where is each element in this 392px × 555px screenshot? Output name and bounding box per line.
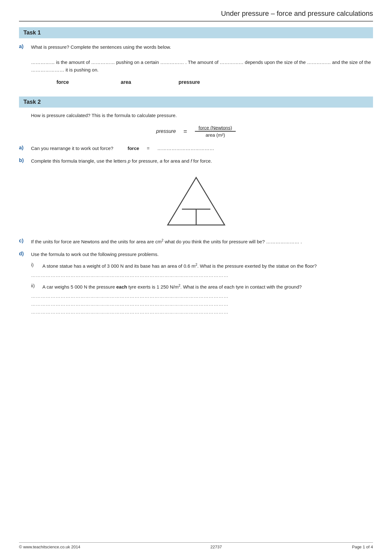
equals-label: = — [147, 145, 150, 152]
task2-qc-text: If the units for force are Newtons and t… — [31, 238, 373, 246]
task2-qii-dots1: ………………………………………………………………………………………………………… — [31, 293, 373, 299]
task2-qii-text: A car weighs 5 000 N the pressure each t… — [42, 283, 373, 291]
task2-qii-dots2: ………………………………………………………………………………………………………… — [31, 301, 373, 307]
task2-section: How is pressure calculated? This is the … — [19, 113, 373, 315]
task2-qii-row: ii) A car weighs 5 000 N the pressure ea… — [31, 283, 373, 291]
task2-qa-instruction: Can you rearrange it to work out force? — [31, 145, 113, 152]
task2-qb-label: b) — [19, 157, 31, 163]
task1-qa-instruction: What is pressure? Complete the sentences… — [31, 44, 171, 50]
task2-qii-dots3: ………………………………………………………………………………………………………… — [31, 309, 373, 315]
page: Under pressure – force and pressure calc… — [0, 0, 392, 555]
task1-qa-text: What is pressure? Complete the sentences… — [31, 43, 373, 74]
triangle-container — [19, 174, 373, 228]
task1-qa-row: a) What is pressure? Complete the senten… — [19, 43, 373, 74]
formula-left: pressure — [156, 128, 176, 134]
task2-qc-label: c) — [19, 238, 31, 244]
force-label: force — [128, 145, 139, 152]
task1-qa-label: a) — [19, 43, 31, 49]
footer-copyright: © www.teachitscience.co.uk 2014 — [19, 545, 80, 549]
task2-qa-text: Can you rearrange it to work out force? … — [31, 145, 373, 152]
task2-qi-text: A stone statue has a weight of 3 000 N a… — [42, 262, 373, 270]
task2-qb-text: Complete this formula triangle, use the … — [31, 157, 373, 165]
task2-qi-dots: ………………………………………………………………………………………………………… — [31, 272, 373, 278]
task2-header: Task 2 — [19, 97, 373, 108]
task1-header: Task 1 — [19, 27, 373, 38]
force-answer-row: Can you rearrange it to work out force? … — [31, 145, 373, 152]
task1-section: a) What is pressure? Complete the senten… — [19, 43, 373, 85]
task2-qa-row: a) Can you rearrange it to work out forc… — [19, 145, 373, 152]
task1-words-row: force area pressure — [31, 79, 373, 85]
formula-triangle — [165, 174, 228, 228]
task2-qii-bold: each — [116, 284, 127, 290]
task2-intro: How is pressure calculated? This is the … — [31, 113, 373, 118]
task2-qd-text: Use the formula to work out the followin… — [31, 251, 373, 258]
footer-page: Page 1 of 4 — [352, 545, 373, 549]
word-force: force — [31, 79, 94, 85]
task2-qi-row: i) A stone statue has a weight of 3 000 … — [31, 262, 373, 270]
task2-qc-row: c) If the units for force are Newtons an… — [19, 238, 373, 246]
task2-qi-label: i) — [31, 262, 42, 267]
task2-qa-label: a) — [19, 145, 31, 151]
formula-row: pressure = force (Newtons) area (m²) — [19, 125, 373, 138]
footer: © www.teachitscience.co.uk 2014 22737 Pa… — [19, 542, 373, 549]
formula-fraction: force (Newtons) area (m²) — [195, 125, 236, 138]
formula-equals: = — [184, 128, 187, 135]
page-title: Under pressure – force and pressure calc… — [19, 9, 373, 22]
force-dots: ……………………………… — [157, 145, 214, 152]
formula-numerator: force (Newtons) — [195, 125, 236, 132]
task2-qii-label: ii) — [31, 283, 42, 288]
task1-sentence: …………… is the amount of …………… pushing on … — [31, 59, 371, 72]
word-area: area — [94, 79, 158, 85]
formula-denominator: area (m²) — [202, 132, 229, 138]
footer-code: 22737 — [210, 545, 222, 549]
task2-qb-row: b) Complete this formula triangle, use t… — [19, 157, 373, 165]
task2-qd-label: d) — [19, 251, 31, 257]
word-pressure: pressure — [158, 79, 221, 85]
task2-qd-row: d) Use the formula to work out the follo… — [19, 251, 373, 258]
